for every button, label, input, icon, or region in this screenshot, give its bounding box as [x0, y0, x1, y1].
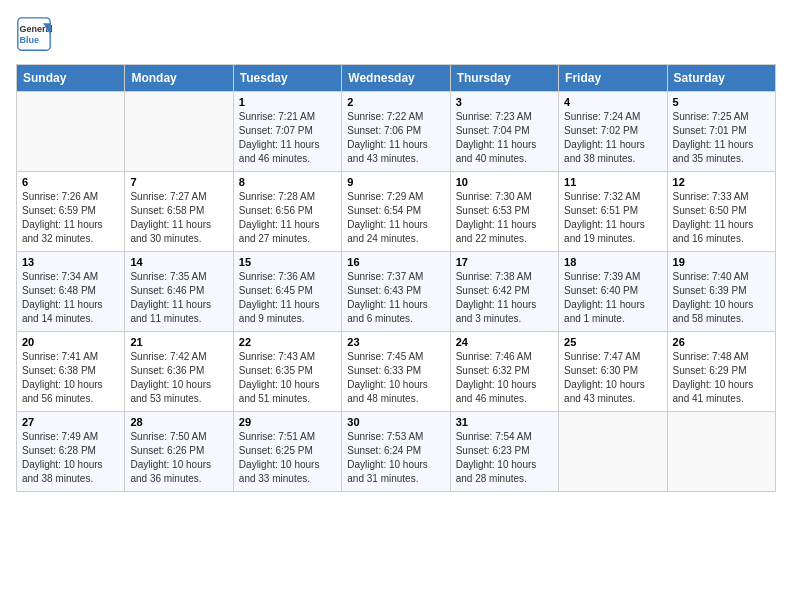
- calendar-cell: [559, 412, 667, 492]
- day-number: 4: [564, 96, 661, 108]
- day-number: 11: [564, 176, 661, 188]
- calendar-cell: 31Sunrise: 7:54 AMSunset: 6:23 PMDayligh…: [450, 412, 558, 492]
- day-number: 25: [564, 336, 661, 348]
- calendar-week-row: 27Sunrise: 7:49 AMSunset: 6:28 PMDayligh…: [17, 412, 776, 492]
- day-header-saturday: Saturday: [667, 65, 775, 92]
- day-info: Sunrise: 7:35 AMSunset: 6:46 PMDaylight:…: [130, 270, 227, 326]
- calendar-cell: 8Sunrise: 7:28 AMSunset: 6:56 PMDaylight…: [233, 172, 341, 252]
- calendar-cell: 25Sunrise: 7:47 AMSunset: 6:30 PMDayligh…: [559, 332, 667, 412]
- day-number: 9: [347, 176, 444, 188]
- day-number: 1: [239, 96, 336, 108]
- day-info: Sunrise: 7:41 AMSunset: 6:38 PMDaylight:…: [22, 350, 119, 406]
- day-number: 8: [239, 176, 336, 188]
- calendar-cell: 7Sunrise: 7:27 AMSunset: 6:58 PMDaylight…: [125, 172, 233, 252]
- day-info: Sunrise: 7:23 AMSunset: 7:04 PMDaylight:…: [456, 110, 553, 166]
- day-info: Sunrise: 7:36 AMSunset: 6:45 PMDaylight:…: [239, 270, 336, 326]
- calendar-cell: 20Sunrise: 7:41 AMSunset: 6:38 PMDayligh…: [17, 332, 125, 412]
- day-info: Sunrise: 7:29 AMSunset: 6:54 PMDaylight:…: [347, 190, 444, 246]
- calendar-cell: 9Sunrise: 7:29 AMSunset: 6:54 PMDaylight…: [342, 172, 450, 252]
- day-header-thursday: Thursday: [450, 65, 558, 92]
- calendar-cell: 10Sunrise: 7:30 AMSunset: 6:53 PMDayligh…: [450, 172, 558, 252]
- day-number: 31: [456, 416, 553, 428]
- calendar-cell: 22Sunrise: 7:43 AMSunset: 6:35 PMDayligh…: [233, 332, 341, 412]
- day-info: Sunrise: 7:45 AMSunset: 6:33 PMDaylight:…: [347, 350, 444, 406]
- day-info: Sunrise: 7:50 AMSunset: 6:26 PMDaylight:…: [130, 430, 227, 486]
- page-header: General Blue: [16, 16, 776, 52]
- day-header-tuesday: Tuesday: [233, 65, 341, 92]
- day-number: 27: [22, 416, 119, 428]
- day-number: 18: [564, 256, 661, 268]
- day-number: 5: [673, 96, 770, 108]
- day-number: 6: [22, 176, 119, 188]
- calendar-cell: 1Sunrise: 7:21 AMSunset: 7:07 PMDaylight…: [233, 92, 341, 172]
- day-info: Sunrise: 7:37 AMSunset: 6:43 PMDaylight:…: [347, 270, 444, 326]
- calendar-cell: 11Sunrise: 7:32 AMSunset: 6:51 PMDayligh…: [559, 172, 667, 252]
- calendar-header-row: SundayMondayTuesdayWednesdayThursdayFrid…: [17, 65, 776, 92]
- calendar-cell: 13Sunrise: 7:34 AMSunset: 6:48 PMDayligh…: [17, 252, 125, 332]
- calendar-table: SundayMondayTuesdayWednesdayThursdayFrid…: [16, 64, 776, 492]
- day-info: Sunrise: 7:27 AMSunset: 6:58 PMDaylight:…: [130, 190, 227, 246]
- day-info: Sunrise: 7:40 AMSunset: 6:39 PMDaylight:…: [673, 270, 770, 326]
- calendar-week-row: 1Sunrise: 7:21 AMSunset: 7:07 PMDaylight…: [17, 92, 776, 172]
- calendar-cell: 5Sunrise: 7:25 AMSunset: 7:01 PMDaylight…: [667, 92, 775, 172]
- calendar-cell: 19Sunrise: 7:40 AMSunset: 6:39 PMDayligh…: [667, 252, 775, 332]
- day-number: 7: [130, 176, 227, 188]
- day-info: Sunrise: 7:51 AMSunset: 6:25 PMDaylight:…: [239, 430, 336, 486]
- day-info: Sunrise: 7:39 AMSunset: 6:40 PMDaylight:…: [564, 270, 661, 326]
- svg-text:Blue: Blue: [20, 35, 40, 45]
- calendar-week-row: 20Sunrise: 7:41 AMSunset: 6:38 PMDayligh…: [17, 332, 776, 412]
- day-info: Sunrise: 7:28 AMSunset: 6:56 PMDaylight:…: [239, 190, 336, 246]
- calendar-cell: 3Sunrise: 7:23 AMSunset: 7:04 PMDaylight…: [450, 92, 558, 172]
- day-info: Sunrise: 7:22 AMSunset: 7:06 PMDaylight:…: [347, 110, 444, 166]
- calendar-week-row: 13Sunrise: 7:34 AMSunset: 6:48 PMDayligh…: [17, 252, 776, 332]
- calendar-cell: 12Sunrise: 7:33 AMSunset: 6:50 PMDayligh…: [667, 172, 775, 252]
- day-number: 13: [22, 256, 119, 268]
- calendar-week-row: 6Sunrise: 7:26 AMSunset: 6:59 PMDaylight…: [17, 172, 776, 252]
- day-info: Sunrise: 7:34 AMSunset: 6:48 PMDaylight:…: [22, 270, 119, 326]
- day-info: Sunrise: 7:54 AMSunset: 6:23 PMDaylight:…: [456, 430, 553, 486]
- calendar-cell: 28Sunrise: 7:50 AMSunset: 6:26 PMDayligh…: [125, 412, 233, 492]
- day-info: Sunrise: 7:42 AMSunset: 6:36 PMDaylight:…: [130, 350, 227, 406]
- calendar-cell: 27Sunrise: 7:49 AMSunset: 6:28 PMDayligh…: [17, 412, 125, 492]
- calendar-cell: 4Sunrise: 7:24 AMSunset: 7:02 PMDaylight…: [559, 92, 667, 172]
- day-info: Sunrise: 7:33 AMSunset: 6:50 PMDaylight:…: [673, 190, 770, 246]
- day-number: 14: [130, 256, 227, 268]
- calendar-cell: 14Sunrise: 7:35 AMSunset: 6:46 PMDayligh…: [125, 252, 233, 332]
- day-number: 30: [347, 416, 444, 428]
- day-info: Sunrise: 7:53 AMSunset: 6:24 PMDaylight:…: [347, 430, 444, 486]
- calendar-cell: [17, 92, 125, 172]
- day-info: Sunrise: 7:26 AMSunset: 6:59 PMDaylight:…: [22, 190, 119, 246]
- day-info: Sunrise: 7:43 AMSunset: 6:35 PMDaylight:…: [239, 350, 336, 406]
- calendar-cell: 18Sunrise: 7:39 AMSunset: 6:40 PMDayligh…: [559, 252, 667, 332]
- calendar-cell: 29Sunrise: 7:51 AMSunset: 6:25 PMDayligh…: [233, 412, 341, 492]
- day-number: 12: [673, 176, 770, 188]
- calendar-cell: 16Sunrise: 7:37 AMSunset: 6:43 PMDayligh…: [342, 252, 450, 332]
- day-info: Sunrise: 7:25 AMSunset: 7:01 PMDaylight:…: [673, 110, 770, 166]
- day-info: Sunrise: 7:30 AMSunset: 6:53 PMDaylight:…: [456, 190, 553, 246]
- day-info: Sunrise: 7:46 AMSunset: 6:32 PMDaylight:…: [456, 350, 553, 406]
- day-header-monday: Monday: [125, 65, 233, 92]
- calendar-cell: 15Sunrise: 7:36 AMSunset: 6:45 PMDayligh…: [233, 252, 341, 332]
- day-number: 29: [239, 416, 336, 428]
- day-number: 23: [347, 336, 444, 348]
- calendar-cell: [125, 92, 233, 172]
- calendar-cell: 24Sunrise: 7:46 AMSunset: 6:32 PMDayligh…: [450, 332, 558, 412]
- day-info: Sunrise: 7:47 AMSunset: 6:30 PMDaylight:…: [564, 350, 661, 406]
- calendar-cell: [667, 412, 775, 492]
- day-number: 15: [239, 256, 336, 268]
- day-header-friday: Friday: [559, 65, 667, 92]
- calendar-cell: 30Sunrise: 7:53 AMSunset: 6:24 PMDayligh…: [342, 412, 450, 492]
- calendar-cell: 23Sunrise: 7:45 AMSunset: 6:33 PMDayligh…: [342, 332, 450, 412]
- calendar-cell: 2Sunrise: 7:22 AMSunset: 7:06 PMDaylight…: [342, 92, 450, 172]
- day-number: 3: [456, 96, 553, 108]
- day-info: Sunrise: 7:48 AMSunset: 6:29 PMDaylight:…: [673, 350, 770, 406]
- day-header-wednesday: Wednesday: [342, 65, 450, 92]
- calendar-cell: 26Sunrise: 7:48 AMSunset: 6:29 PMDayligh…: [667, 332, 775, 412]
- day-number: 10: [456, 176, 553, 188]
- day-number: 17: [456, 256, 553, 268]
- day-info: Sunrise: 7:21 AMSunset: 7:07 PMDaylight:…: [239, 110, 336, 166]
- logo-icon: General Blue: [16, 16, 52, 52]
- day-info: Sunrise: 7:49 AMSunset: 6:28 PMDaylight:…: [22, 430, 119, 486]
- calendar-cell: 21Sunrise: 7:42 AMSunset: 6:36 PMDayligh…: [125, 332, 233, 412]
- day-number: 16: [347, 256, 444, 268]
